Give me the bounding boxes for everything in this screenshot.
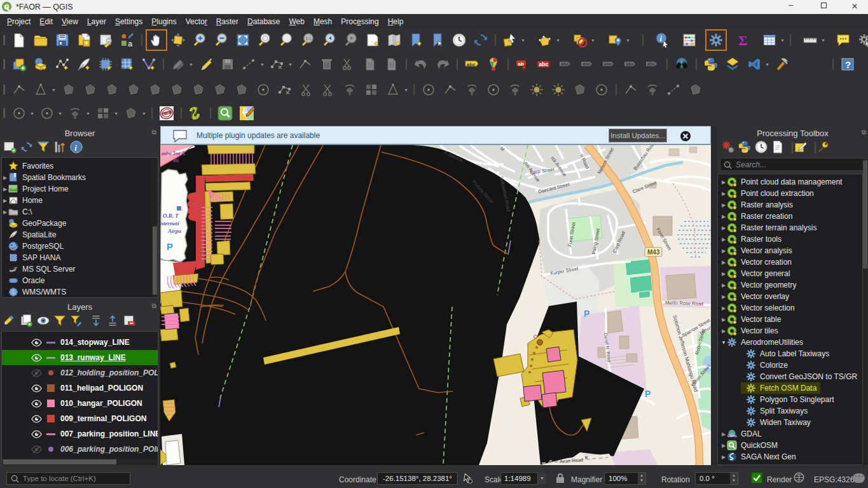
svg-text:P: P	[584, 309, 589, 319]
svg-text:P: P	[645, 389, 651, 399]
svg-text:Σ: Σ	[738, 32, 747, 48]
svg-text:abc: abc	[647, 61, 656, 67]
svg-text:nternati: nternati	[160, 220, 179, 227]
svg-text:abc: abc	[626, 61, 634, 67]
svg-text:abc: abc	[604, 61, 612, 67]
svg-text:GDAL: GDAL	[727, 434, 737, 438]
svg-text:a: a	[128, 39, 133, 48]
svg-text:abc: abc	[539, 61, 549, 67]
svg-text:46: 46	[172, 157, 179, 164]
svg-text:abc: abc	[561, 61, 569, 67]
svg-text:O.R. T: O.R. T	[163, 213, 179, 219]
svg-text:Airpo: Airpo	[167, 228, 182, 234]
svg-text:abc: abc	[582, 61, 591, 67]
svg-text:i: i	[74, 144, 77, 153]
svg-text:?: ?	[845, 59, 851, 70]
svg-text:M43: M43	[647, 249, 660, 256]
svg-text:1:1: 1:1	[306, 36, 312, 41]
svg-text:abc: abc	[467, 62, 476, 67]
svg-text:P: P	[167, 241, 173, 252]
svg-text:mba Int A: mba Int A	[162, 150, 185, 157]
